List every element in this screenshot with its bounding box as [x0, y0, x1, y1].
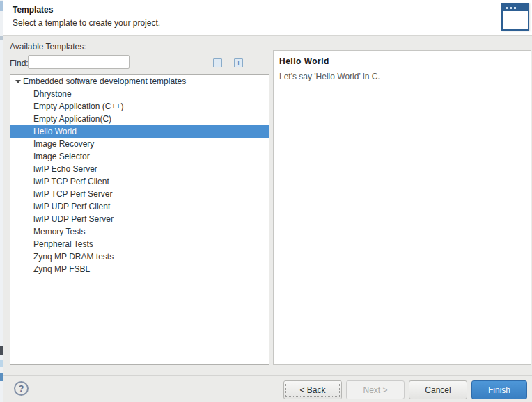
- expand-all-icon[interactable]: +: [234, 58, 243, 67]
- tree-item[interactable]: Hello World: [10, 125, 269, 138]
- find-input[interactable]: [28, 55, 130, 69]
- tree-item[interactable]: lwIP UDP Perf Server: [10, 213, 269, 225]
- background-app-edge: [0, 0, 3, 402]
- wizard-header: Templates Select a template to create yo…: [3, 0, 532, 36]
- new-project-wizard-dialog: Templates Select a template to create yo…: [0, 0, 532, 402]
- help-button[interactable]: ?: [14, 381, 29, 396]
- template-tree[interactable]: Embedded software development templates …: [10, 74, 269, 365]
- wizard-window-icon-titlebar: [503, 4, 528, 11]
- tree-item[interactable]: lwIP UDP Perf Client: [10, 200, 269, 213]
- chevron-down-icon[interactable]: [15, 80, 21, 83]
- next-button: Next >: [346, 380, 405, 399]
- icon-dot: [514, 7, 516, 9]
- back-button[interactable]: < Back: [283, 380, 342, 399]
- tree-item[interactable]: Empty Application(C): [10, 113, 269, 125]
- wizard-window-icon: [501, 3, 529, 31]
- tree-root-item[interactable]: Embedded software development templates: [10, 75, 269, 88]
- tree-items-container: DhrystoneEmpty Application (C++)Empty Ap…: [10, 88, 269, 275]
- tree-item[interactable]: Memory Tests: [10, 225, 269, 238]
- template-detail-description: Let's say 'Hello World' in C.: [279, 72, 380, 81]
- icon-dot: [510, 7, 512, 9]
- tree-toolbar: − +: [213, 58, 243, 67]
- tree-item[interactable]: Zynq MP DRAM tests: [10, 250, 269, 263]
- tree-item[interactable]: Peripheral Tests: [10, 238, 269, 250]
- tree-item[interactable]: lwIP TCP Perf Client: [10, 175, 269, 188]
- page-title: Templates: [13, 5, 53, 15]
- available-templates-label: Available Templates:: [10, 42, 86, 51]
- tree-item[interactable]: Empty Application (C++): [10, 100, 269, 113]
- template-detail-panel: Hello World Let's say 'Hello World' in C…: [273, 50, 531, 365]
- find-label: Find:: [10, 58, 29, 68]
- finish-button[interactable]: Finish: [471, 380, 527, 399]
- cancel-button[interactable]: Cancel: [409, 380, 467, 399]
- page-subtitle: Select a template to create your project…: [13, 18, 160, 28]
- tree-item[interactable]: lwIP TCP Perf Server: [10, 188, 269, 200]
- template-detail-title: Hello World: [279, 56, 329, 66]
- background-edge-mark: [0, 346, 3, 355]
- tree-item[interactable]: lwIP Echo Server: [10, 163, 269, 175]
- tree-item[interactable]: Dhrystone: [10, 88, 269, 100]
- background-edge-mark: [0, 36, 3, 40]
- background-edge-mark: [0, 360, 3, 367]
- collapse-all-icon[interactable]: −: [213, 58, 222, 67]
- tree-item[interactable]: Image Recovery: [10, 138, 269, 150]
- icon-dot: [506, 7, 508, 9]
- tree-item[interactable]: Image Selector: [10, 150, 269, 163]
- wizard-button-bar: ? < Back Next > Cancel Finish: [3, 375, 532, 402]
- tree-item[interactable]: Zynq MP FSBL: [10, 263, 269, 275]
- tree-root-label: Embedded software development templates: [23, 77, 186, 86]
